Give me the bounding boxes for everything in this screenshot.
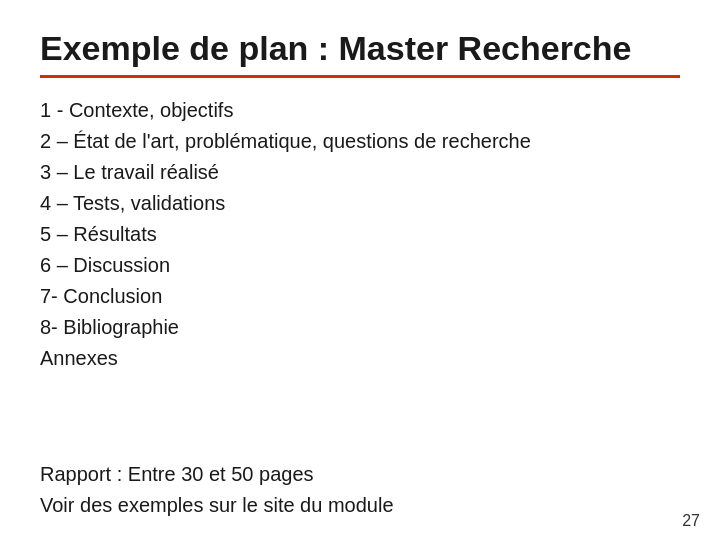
content-list: 1 - Contexte, objectifs2 – État de l'art… xyxy=(40,96,680,436)
list-item: 8- Bibliographie xyxy=(40,313,680,342)
slide-title: Exemple de plan : Master Recherche xyxy=(40,30,680,67)
slide-container: Exemple de plan : Master Recherche 1 - C… xyxy=(0,0,720,540)
list-item: 2 – État de l'art, problématique, questi… xyxy=(40,127,680,156)
footer-item: Rapport : Entre 30 et 50 pages xyxy=(40,460,680,489)
list-item: 7- Conclusion xyxy=(40,282,680,311)
list-item: 3 – Le travail réalisé xyxy=(40,158,680,187)
footer-section: Rapport : Entre 30 et 50 pagesVoir des e… xyxy=(40,460,680,520)
list-item: 6 – Discussion xyxy=(40,251,680,280)
page-number: 27 xyxy=(682,512,700,530)
list-item: Annexes xyxy=(40,344,680,373)
footer-item: Voir des exemples sur le site du module xyxy=(40,491,680,520)
list-item: 1 - Contexte, objectifs xyxy=(40,96,680,125)
list-item: 5 – Résultats xyxy=(40,220,680,249)
title-underline xyxy=(40,75,680,78)
list-item: 4 – Tests, validations xyxy=(40,189,680,218)
